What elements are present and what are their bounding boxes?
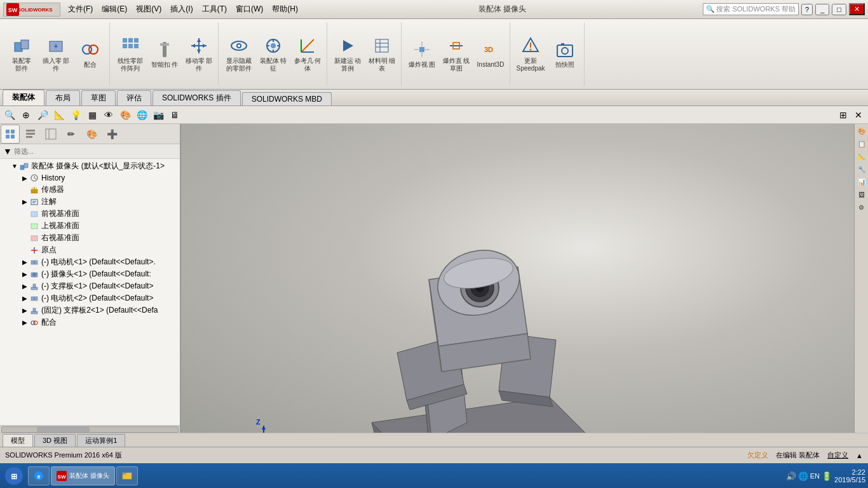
system-clock[interactable]: 2:22 2019/5/15 xyxy=(834,468,865,484)
annotations-expand-icon[interactable]: ▶ xyxy=(20,198,29,205)
sec-search-icon[interactable]: 🔍 xyxy=(3,108,17,122)
history-expand-icon[interactable]: ▶ xyxy=(20,175,29,182)
tab-solidworks-plugins[interactable]: SOLIDWORKS 插件 xyxy=(153,90,241,105)
rs-image-icon[interactable]: 🖼 xyxy=(856,189,867,200)
tb-bom[interactable]: 材料明 细表 xyxy=(365,25,398,83)
tab-solidworks-mbd[interactable]: SOLIDWORKS MBD xyxy=(242,92,332,105)
sec-appearance-icon[interactable]: 🎨 xyxy=(118,108,132,122)
custom-label[interactable]: 自定义 xyxy=(827,451,848,460)
tb-linear-array[interactable]: 线性零部 件阵列 xyxy=(114,25,147,83)
tree-item-right-plane[interactable]: 右视基准面 xyxy=(0,232,180,244)
support1-expand-icon[interactable]: ▶ xyxy=(20,283,29,290)
menu-tools[interactable]: 工具(T) xyxy=(198,3,231,16)
sec-zoom-to-fit-icon[interactable]: ⊕ xyxy=(19,108,33,122)
minimize-button[interactable]: _ xyxy=(815,4,829,15)
btab-3dview[interactable]: 3D 视图 xyxy=(34,434,76,447)
tree-item-motor2[interactable]: ▶ (-) 电动机<2> (Default<<Default> xyxy=(0,292,180,304)
motor2-expand-icon[interactable]: ▶ xyxy=(20,295,29,302)
tb-mate[interactable]: 配合 xyxy=(74,25,107,83)
support2-expand-icon[interactable]: ▶ xyxy=(20,307,29,314)
viewport-close-icon[interactable]: ✕ xyxy=(851,108,865,122)
tree-item-support2[interactable]: ▶ (固定) 支撑板2<1> (Default<<Defa xyxy=(0,304,180,316)
menu-insert[interactable]: 插入(I) xyxy=(166,3,196,16)
start-button[interactable]: ⊞ xyxy=(3,465,25,487)
close-button[interactable]: ✕ xyxy=(849,3,865,15)
tree-item-root[interactable]: ▼ 装配体 摄像头 (默认<默认_显示状态-1> xyxy=(0,160,180,172)
tree-item-annotations[interactable]: ▶ 注解 xyxy=(0,196,180,208)
tb-move-part[interactable]: 移动零 部件 xyxy=(182,25,215,83)
hscroll-track[interactable] xyxy=(1,426,179,433)
hscroll-thumb[interactable] xyxy=(37,427,90,432)
tb-snapshot[interactable]: 拍快照 xyxy=(548,25,581,83)
rs-tool-icon[interactable]: 🔧 xyxy=(856,163,867,175)
rs-table-icon[interactable]: 📋 xyxy=(856,138,867,149)
rs-chart-icon[interactable]: 📊 xyxy=(856,176,867,187)
motor1-expand-icon[interactable]: ▶ xyxy=(20,259,29,266)
tb-explode-sketch[interactable]: 爆炸直 线草图 xyxy=(440,25,473,83)
panel-tab-feature-manager[interactable] xyxy=(1,125,20,144)
panel-tab-expand[interactable]: ➕ xyxy=(102,125,121,144)
tb-smart-fastener[interactable]: 智能扣 件 xyxy=(148,25,181,83)
taskbar-explorer[interactable] xyxy=(116,466,138,485)
btab-motion[interactable]: 运动算例1 xyxy=(77,434,125,447)
panel-tab-dim-expert[interactable]: ✏ xyxy=(62,125,81,144)
tree-item-origin[interactable]: 原点 xyxy=(0,244,180,256)
viewport-split-icon[interactable]: ⊞ xyxy=(836,108,850,122)
tb-speedpak[interactable]: 更新 Speedpak xyxy=(514,25,547,83)
tree-item-motor1[interactable]: ▶ (-) 电动机<1> (Default<<Default>. xyxy=(0,256,180,268)
menu-edit[interactable]: 编辑(E) xyxy=(98,3,131,16)
menu-view[interactable]: 视图(V) xyxy=(132,3,165,16)
help-button[interactable]: ? xyxy=(801,4,813,15)
panel-tab-display-manager[interactable]: 🎨 xyxy=(82,125,101,144)
tree-item-front-plane[interactable]: 前视基准面 xyxy=(0,208,180,220)
tree-item-mate[interactable]: ▶ 配合 xyxy=(0,316,180,329)
feature-tree[interactable]: ▼ 装配体 摄像头 (默认<默认_显示状态-1> ▶ xyxy=(0,159,180,425)
sec-view-orient-icon[interactable]: 📐 xyxy=(52,108,66,122)
tb-ref-geometry[interactable]: 参考几 何体 xyxy=(291,25,324,83)
3d-viewport[interactable]: X Y Z xyxy=(181,124,854,433)
tab-evaluate[interactable]: 评估 xyxy=(117,90,151,105)
sec-hide-icon[interactable]: 👁 xyxy=(102,108,116,122)
taskbar-ie[interactable]: e xyxy=(28,466,50,485)
tab-sketch[interactable]: 草图 xyxy=(81,90,116,105)
svg-rect-61 xyxy=(20,165,24,170)
expand-icon[interactable]: ▼ xyxy=(10,163,19,170)
tab-assembly[interactable]: 装配体 xyxy=(3,90,44,105)
menu-window[interactable]: 窗口(W) xyxy=(232,3,267,16)
sec-display-manager-icon[interactable]: 🖥 xyxy=(168,108,182,122)
tb-assy-feature[interactable]: 装配体 特征 xyxy=(257,25,290,83)
tb-instant3d[interactable]: 3D Instant3D xyxy=(474,25,507,83)
tree-item-camera1[interactable]: ▶ (-) 摄像头<1> (Default<<Default: xyxy=(0,268,180,280)
rs-dimension-icon[interactable]: 📐 xyxy=(856,151,867,162)
sec-display-icon[interactable]: 💡 xyxy=(69,108,83,122)
taskbar-solidworks[interactable]: SW 装配体 摄像头 xyxy=(51,466,115,485)
search-box[interactable]: 搜索 SOLIDWORKS 帮助 xyxy=(716,4,796,14)
tree-item-top-plane[interactable]: 上视基准面 xyxy=(0,220,180,232)
tree-item-history[interactable]: ▶ History xyxy=(0,172,180,184)
tree-item-support1[interactable]: ▶ (-) 支撑板<1> (Default<<Default> xyxy=(0,280,180,292)
tab-layout[interactable]: 布局 xyxy=(46,90,80,105)
sec-capture-icon[interactable]: 📷 xyxy=(151,108,165,122)
tb-insert-part[interactable]: + 插入零 部件 xyxy=(39,25,72,83)
sec-scenes-icon[interactable]: 🌐 xyxy=(135,108,149,122)
sec-view-options-icon[interactable]: ▦ xyxy=(85,108,99,122)
maximize-button[interactable]: □ xyxy=(832,4,846,15)
tb-assemble-part[interactable]: 装配零 部件 xyxy=(5,25,38,83)
svg-rect-14 xyxy=(134,44,139,48)
rs-settings-icon[interactable]: ⚙ xyxy=(856,201,867,213)
status-expand-icon[interactable]: ▲ xyxy=(856,452,863,459)
tree-item-sensors[interactable]: 传感器 xyxy=(0,184,180,196)
tb-explode-view[interactable]: 爆炸视 图 xyxy=(405,25,438,83)
mate-expand-icon[interactable]: ▶ xyxy=(20,319,29,326)
rs-appearance-icon[interactable]: 🎨 xyxy=(856,125,867,137)
btab-model[interactable]: 模型 xyxy=(3,434,33,447)
tb-new-motion[interactable]: 新建运 动算例 xyxy=(331,25,364,83)
menu-help[interactable]: 帮助(H) xyxy=(268,3,302,16)
panel-tab-config-manager[interactable] xyxy=(41,125,60,144)
panel-tab-property-manager[interactable] xyxy=(21,125,40,144)
menu-file[interactable]: 文件(F) xyxy=(64,3,97,16)
horizontal-scrollbar[interactable] xyxy=(0,425,180,433)
sec-zoom-area-icon[interactable]: 🔎 xyxy=(36,108,50,122)
camera1-expand-icon[interactable]: ▶ xyxy=(20,271,29,278)
tb-show-hidden[interactable]: 显示隐藏 的零部件 xyxy=(222,25,255,83)
